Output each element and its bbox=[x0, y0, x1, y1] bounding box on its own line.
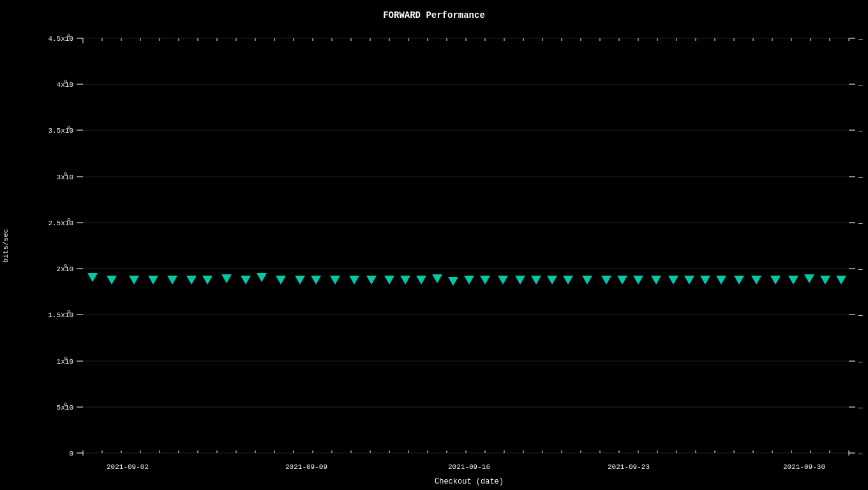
svg-text:9: 9 bbox=[64, 263, 67, 269]
svg-text:bits/sec: bits/sec bbox=[2, 229, 10, 263]
svg-text:—: — bbox=[858, 311, 863, 319]
svg-text:0: 0 bbox=[69, 450, 73, 457]
svg-text:9: 9 bbox=[64, 355, 67, 361]
svg-text:—: — bbox=[858, 358, 863, 366]
svg-text:9: 9 bbox=[64, 171, 67, 177]
svg-text:—: — bbox=[858, 450, 863, 457]
svg-text:—: — bbox=[858, 219, 863, 227]
svg-text:Checkout (date): Checkout (date) bbox=[435, 477, 504, 486]
svg-text:2021-09-16: 2021-09-16 bbox=[448, 463, 490, 471]
svg-text:9: 9 bbox=[67, 124, 70, 130]
svg-text:9: 9 bbox=[67, 33, 70, 38]
svg-text:—: — bbox=[858, 174, 863, 181]
svg-text:2021-09-02: 2021-09-02 bbox=[107, 463, 149, 471]
svg-text:2021-09-23: 2021-09-23 bbox=[608, 463, 650, 471]
svg-text:9: 9 bbox=[64, 78, 67, 84]
svg-text:8: 8 bbox=[64, 401, 67, 407]
svg-text:—: — bbox=[858, 35, 863, 43]
svg-text:9: 9 bbox=[67, 217, 70, 223]
svg-text:—: — bbox=[858, 404, 863, 412]
svg-text:2021-09-30: 2021-09-30 bbox=[783, 463, 825, 471]
svg-text:—: — bbox=[858, 81, 863, 89]
svg-text:9: 9 bbox=[67, 309, 70, 315]
svg-text:—: — bbox=[858, 127, 863, 135]
svg-text:2021-09-09: 2021-09-09 bbox=[285, 463, 327, 471]
svg-rect-0 bbox=[83, 38, 855, 453]
chart-svg: 0 — 5x10 8 — 1x10 9 — 1.5x10 9 — 2x10 9 … bbox=[0, 0, 868, 490]
chart-container: FORWARD Performance 0 — 5x10 8 — 1x10 9 … bbox=[0, 0, 868, 490]
svg-text:—: — bbox=[858, 265, 863, 273]
